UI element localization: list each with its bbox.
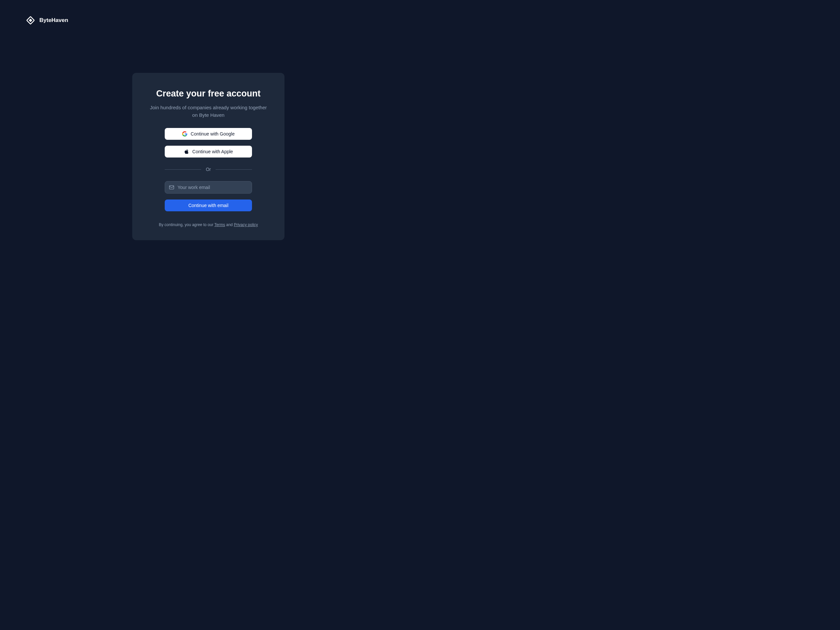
signup-card: Create your free account Join hundreds o…	[132, 73, 284, 240]
apple-button-label: Continue with Apple	[192, 149, 233, 154]
privacy-link[interactable]: Privacy policy	[234, 223, 258, 227]
card-title: Create your free account	[148, 88, 269, 99]
legal-mid: and	[225, 223, 234, 227]
google-button-label: Continue with Google	[191, 131, 235, 136]
google-icon	[182, 131, 187, 136]
svg-rect-1	[29, 19, 33, 22]
email-input-wrap	[165, 181, 252, 194]
divider-line-right	[216, 169, 252, 170]
svg-rect-2	[169, 186, 174, 189]
card-subtitle: Join hundreds of companies already worki…	[148, 104, 269, 119]
brand-name: ByteHaven	[39, 17, 68, 24]
apple-icon	[184, 149, 189, 154]
mail-icon	[169, 185, 174, 190]
email-field[interactable]	[165, 181, 252, 194]
logo-icon	[25, 16, 35, 25]
divider-label: Or	[206, 167, 211, 172]
terms-link[interactable]: Terms	[214, 223, 225, 227]
continue-with-email-button[interactable]: Continue with email	[165, 199, 252, 211]
legal-prefix: By continuing, you agree to our	[159, 223, 214, 227]
header: ByteHaven	[25, 16, 68, 25]
legal-text: By continuing, you agree to our Terms an…	[148, 223, 269, 227]
divider-line-left	[165, 169, 201, 170]
continue-with-apple-button[interactable]: Continue with Apple	[165, 146, 252, 158]
divider: Or	[165, 167, 252, 172]
continue-with-google-button[interactable]: Continue with Google	[165, 128, 252, 140]
